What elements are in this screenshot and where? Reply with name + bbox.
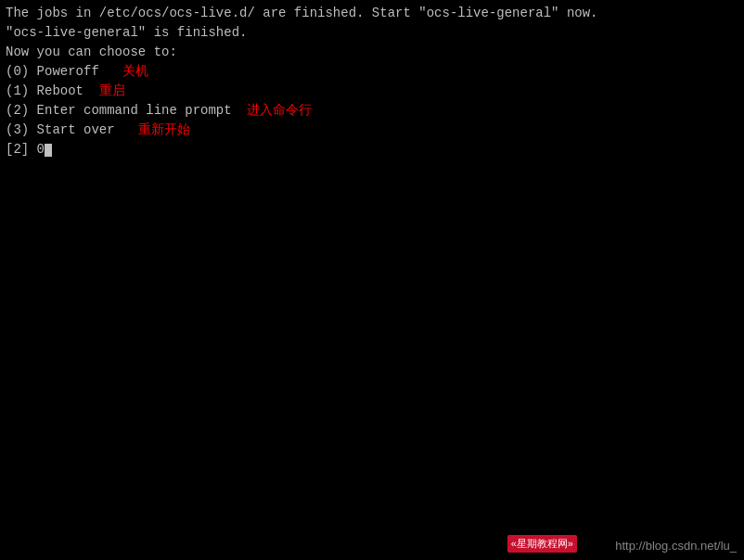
- terminal-text: 进入命令行: [247, 103, 312, 118]
- terminal-line: (2) Enter command line prompt 进入命令行: [6, 101, 738, 121]
- terminal-line: (0) Poweroff 关机: [6, 62, 738, 82]
- csdn-badge: «星期教程网»: [507, 535, 577, 553]
- terminal-text: 关机: [122, 64, 148, 79]
- terminal-text: 重启: [99, 83, 125, 98]
- terminal-line: The jobs in /etc/ocs/ocs-live.d/ are fin…: [6, 4, 738, 23]
- terminal-text: (2) Enter command line prompt: [6, 103, 247, 118]
- terminal-line: [2] 0: [6, 140, 738, 159]
- terminal-window: The jobs in /etc/ocs/ocs-live.d/ are fin…: [0, 0, 744, 560]
- terminal-text: (1) Reboot: [6, 83, 99, 98]
- terminal-cursor: [45, 144, 52, 157]
- terminal-text: Now you can choose to:: [6, 45, 177, 59]
- terminal-text: [2] 0: [6, 142, 45, 157]
- terminal-text: "ocs-live-general" is finished.: [6, 25, 247, 40]
- terminal-line: (1) Reboot 重启: [6, 82, 738, 101]
- terminal-text: (0) Poweroff: [6, 64, 122, 79]
- terminal-line: (3) Start over 重新开始: [6, 121, 738, 140]
- terminal-line: "ocs-live-general" is finished.: [6, 23, 738, 43]
- terminal-text: The jobs in /etc/ocs/ocs-live.d/ are fin…: [6, 6, 598, 20]
- terminal-line: Now you can choose to:: [6, 43, 738, 62]
- watermark-url: http://blog.csdn.net/lu_: [615, 539, 737, 553]
- terminal-text: 重新开始: [138, 122, 190, 137]
- terminal-text: (3) Start over: [6, 122, 138, 137]
